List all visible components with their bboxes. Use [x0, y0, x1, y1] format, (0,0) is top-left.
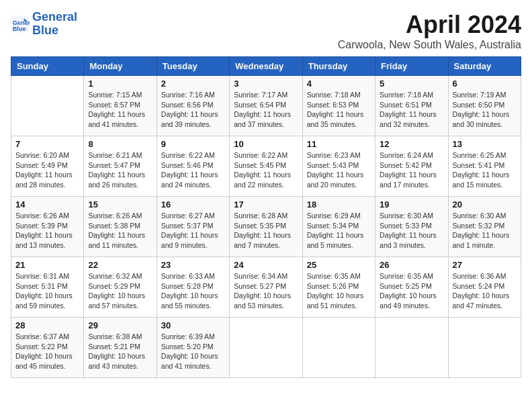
- logo-text: General Blue: [32, 11, 77, 38]
- day-number: 14: [15, 199, 79, 210]
- calendar-table: SundayMondayTuesdayWednesdayThursdayFrid…: [11, 56, 521, 378]
- calendar-cell: 12Sunrise: 6:24 AM Sunset: 5:42 PM Dayli…: [375, 136, 448, 197]
- day-number: 1: [88, 79, 152, 89]
- day-number: 26: [380, 260, 443, 270]
- calendar-cell: 21Sunrise: 6:31 AM Sunset: 5:31 PM Dayli…: [11, 257, 84, 318]
- calendar-cell: 10Sunrise: 6:22 AM Sunset: 5:45 PM Dayli…: [230, 136, 302, 197]
- header-thursday: Thursday: [302, 57, 375, 76]
- day-number: 8: [88, 139, 152, 149]
- calendar-cell: 18Sunrise: 6:29 AM Sunset: 5:34 PM Dayli…: [302, 197, 375, 257]
- calendar-cell: [230, 318, 302, 378]
- day-info: Sunrise: 6:20 AM Sunset: 5:49 PM Dayligh…: [15, 150, 79, 190]
- calendar-cell: 5Sunrise: 7:18 AM Sunset: 6:51 PM Daylig…: [375, 76, 448, 136]
- calendar-cell: [448, 318, 521, 378]
- day-number: 11: [307, 139, 371, 149]
- header-tuesday: Tuesday: [157, 57, 229, 76]
- day-info: Sunrise: 6:28 AM Sunset: 5:35 PM Dayligh…: [234, 211, 298, 250]
- calendar-cell: 14Sunrise: 6:26 AM Sunset: 5:39 PM Dayli…: [11, 197, 84, 257]
- day-number: 3: [234, 79, 298, 89]
- day-number: 13: [453, 139, 517, 149]
- day-number: 9: [161, 139, 225, 149]
- calendar-cell: 8Sunrise: 6:21 AM Sunset: 5:47 PM Daylig…: [84, 136, 157, 197]
- day-info: Sunrise: 6:35 AM Sunset: 5:25 PM Dayligh…: [380, 271, 443, 311]
- day-info: Sunrise: 6:22 AM Sunset: 5:45 PM Dayligh…: [234, 150, 298, 190]
- day-number: 17: [234, 199, 298, 210]
- header-friday: Friday: [375, 57, 448, 76]
- calendar-header-row: SundayMondayTuesdayWednesdayThursdayFrid…: [11, 57, 521, 76]
- day-info: Sunrise: 6:24 AM Sunset: 5:42 PM Dayligh…: [380, 150, 443, 190]
- svg-text:Blue: Blue: [13, 26, 26, 32]
- day-info: Sunrise: 7:17 AM Sunset: 6:54 PM Dayligh…: [234, 90, 298, 130]
- day-info: Sunrise: 6:37 AM Sunset: 5:22 PM Dayligh…: [15, 332, 79, 371]
- header-wednesday: Wednesday: [230, 57, 302, 76]
- day-info: Sunrise: 7:15 AM Sunset: 6:57 PM Dayligh…: [88, 90, 152, 130]
- calendar-week-0: 1Sunrise: 7:15 AM Sunset: 6:57 PM Daylig…: [11, 76, 521, 136]
- day-number: 18: [307, 199, 371, 210]
- calendar-cell: 13Sunrise: 6:25 AM Sunset: 5:41 PM Dayli…: [448, 136, 521, 197]
- calendar-cell: 19Sunrise: 6:30 AM Sunset: 5:33 PM Dayli…: [375, 197, 448, 257]
- day-info: Sunrise: 6:22 AM Sunset: 5:46 PM Dayligh…: [161, 150, 225, 190]
- day-info: Sunrise: 6:30 AM Sunset: 5:32 PM Dayligh…: [453, 211, 517, 250]
- day-info: Sunrise: 6:29 AM Sunset: 5:34 PM Dayligh…: [307, 211, 371, 250]
- day-number: 29: [88, 320, 152, 330]
- calendar-cell: 22Sunrise: 6:32 AM Sunset: 5:29 PM Dayli…: [84, 257, 157, 318]
- day-info: Sunrise: 6:31 AM Sunset: 5:31 PM Dayligh…: [15, 271, 79, 311]
- month-title: April 2024: [338, 11, 521, 39]
- calendar-cell: 9Sunrise: 6:22 AM Sunset: 5:46 PM Daylig…: [157, 136, 229, 197]
- calendar-cell: 23Sunrise: 6:33 AM Sunset: 5:28 PM Dayli…: [157, 257, 229, 318]
- day-number: 24: [234, 260, 298, 270]
- day-number: 16: [161, 199, 225, 210]
- day-number: 21: [15, 260, 79, 270]
- calendar-cell: 11Sunrise: 6:23 AM Sunset: 5:43 PM Dayli…: [302, 136, 375, 197]
- day-info: Sunrise: 6:39 AM Sunset: 5:20 PM Dayligh…: [161, 332, 225, 371]
- day-info: Sunrise: 6:27 AM Sunset: 5:37 PM Dayligh…: [161, 211, 225, 250]
- calendar-cell: 25Sunrise: 6:35 AM Sunset: 5:26 PM Dayli…: [302, 257, 375, 318]
- day-number: 27: [453, 260, 517, 270]
- day-info: Sunrise: 6:26 AM Sunset: 5:38 PM Dayligh…: [88, 211, 152, 250]
- calendar-cell: [11, 76, 84, 136]
- day-number: 10: [234, 139, 298, 149]
- calendar-cell: 7Sunrise: 6:20 AM Sunset: 5:49 PM Daylig…: [11, 136, 84, 197]
- day-info: Sunrise: 6:36 AM Sunset: 5:24 PM Dayligh…: [453, 271, 517, 311]
- day-number: 15: [88, 199, 152, 210]
- calendar-week-3: 21Sunrise: 6:31 AM Sunset: 5:31 PM Dayli…: [11, 257, 521, 318]
- calendar-week-2: 14Sunrise: 6:26 AM Sunset: 5:39 PM Dayli…: [11, 197, 521, 257]
- day-info: Sunrise: 6:34 AM Sunset: 5:27 PM Dayligh…: [234, 271, 298, 311]
- day-info: Sunrise: 6:33 AM Sunset: 5:28 PM Dayligh…: [161, 271, 225, 311]
- day-number: 20: [453, 199, 517, 210]
- calendar-cell: 6Sunrise: 7:19 AM Sunset: 6:50 PM Daylig…: [448, 76, 521, 136]
- calendar-cell: 15Sunrise: 6:26 AM Sunset: 5:38 PM Dayli…: [84, 197, 157, 257]
- calendar-cell: 29Sunrise: 6:38 AM Sunset: 5:21 PM Dayli…: [84, 318, 157, 378]
- calendar-cell: 20Sunrise: 6:30 AM Sunset: 5:32 PM Dayli…: [448, 197, 521, 257]
- day-info: Sunrise: 7:16 AM Sunset: 6:56 PM Dayligh…: [161, 90, 225, 130]
- day-number: 4: [307, 79, 371, 89]
- calendar-cell: 3Sunrise: 7:17 AM Sunset: 6:54 PM Daylig…: [230, 76, 302, 136]
- day-number: 23: [161, 260, 225, 270]
- day-number: 5: [380, 79, 443, 89]
- day-number: 6: [453, 79, 517, 89]
- day-number: 22: [88, 260, 152, 270]
- day-info: Sunrise: 6:32 AM Sunset: 5:29 PM Dayligh…: [88, 271, 152, 311]
- calendar-cell: 1Sunrise: 7:15 AM Sunset: 6:57 PM Daylig…: [84, 76, 157, 136]
- day-info: Sunrise: 6:35 AM Sunset: 5:26 PM Dayligh…: [307, 271, 371, 311]
- calendar-cell: 16Sunrise: 6:27 AM Sunset: 5:37 PM Dayli…: [157, 197, 229, 257]
- calendar-cell: [302, 318, 375, 378]
- day-number: 12: [380, 139, 443, 149]
- title-area: April 2024 Carwoola, New South Wales, Au…: [338, 11, 521, 51]
- day-info: Sunrise: 6:38 AM Sunset: 5:21 PM Dayligh…: [88, 332, 152, 371]
- day-number: 2: [161, 79, 225, 89]
- logo: General Blue General Blue: [11, 11, 77, 38]
- calendar-cell: 26Sunrise: 6:35 AM Sunset: 5:25 PM Dayli…: [375, 257, 448, 318]
- day-info: Sunrise: 6:23 AM Sunset: 5:43 PM Dayligh…: [307, 150, 371, 190]
- calendar-week-4: 28Sunrise: 6:37 AM Sunset: 5:22 PM Dayli…: [11, 318, 521, 378]
- logo-icon: General Blue: [11, 15, 30, 34]
- calendar-cell: 28Sunrise: 6:37 AM Sunset: 5:22 PM Dayli…: [11, 318, 84, 378]
- calendar-cell: 27Sunrise: 6:36 AM Sunset: 5:24 PM Dayli…: [448, 257, 521, 318]
- day-number: 25: [307, 260, 371, 270]
- day-number: 28: [15, 320, 79, 330]
- calendar-cell: 17Sunrise: 6:28 AM Sunset: 5:35 PM Dayli…: [230, 197, 302, 257]
- header: General Blue General Blue April 2024 Car…: [11, 11, 521, 51]
- day-info: Sunrise: 7:19 AM Sunset: 6:50 PM Dayligh…: [453, 90, 517, 130]
- day-info: Sunrise: 6:30 AM Sunset: 5:33 PM Dayligh…: [380, 211, 443, 250]
- day-number: 7: [15, 139, 79, 149]
